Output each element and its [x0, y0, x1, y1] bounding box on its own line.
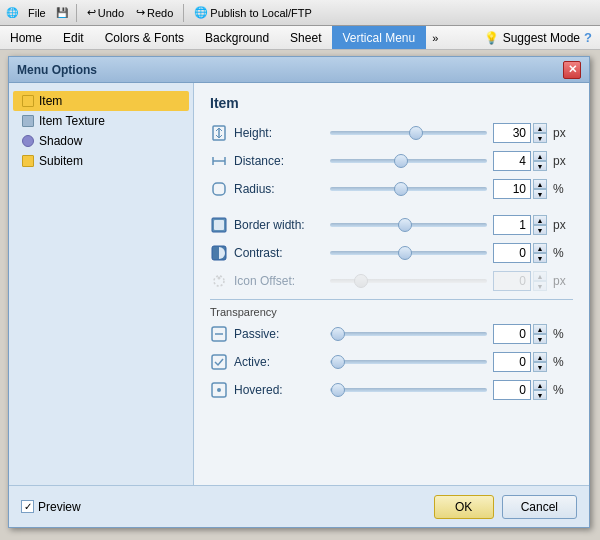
hovered-up[interactable]: ▲ — [533, 380, 547, 390]
svg-point-15 — [217, 388, 221, 392]
redo-button[interactable]: ↪ Redo — [132, 2, 177, 24]
menu-edit[interactable]: Edit — [53, 26, 95, 49]
border-width-slider[interactable] — [330, 223, 487, 227]
contrast-row: Contrast: ▲ ▼ % — [210, 243, 573, 263]
passive-slider[interactable] — [330, 332, 487, 336]
passive-label: Passive: — [234, 327, 324, 341]
menu-colors-fonts-label: Colors & Fonts — [105, 31, 184, 45]
tree-shadow-label: Shadow — [39, 134, 82, 148]
publish-icon: 🌐 — [194, 6, 208, 19]
svg-rect-5 — [213, 183, 225, 195]
distance-slider[interactable] — [330, 159, 487, 163]
file-button[interactable]: File — [24, 2, 50, 24]
height-thumb[interactable] — [409, 126, 423, 140]
radius-thumb[interactable] — [394, 182, 408, 196]
active-label: Active: — [234, 355, 324, 369]
menu-background-label: Background — [205, 31, 269, 45]
menu-edit-label: Edit — [63, 31, 84, 45]
dialog-content: Item Item Texture Shadow Subitem Item — [9, 83, 589, 485]
height-up[interactable]: ▲ — [533, 123, 547, 133]
passive-row: Passive: ▲ ▼ % — [210, 324, 573, 344]
radius-slider[interactable] — [330, 187, 487, 191]
contrast-thumb[interactable] — [398, 246, 412, 260]
menu-colors-fonts[interactable]: Colors & Fonts — [95, 26, 195, 49]
dialog-title-text: Menu Options — [17, 63, 97, 77]
passive-spinner: ▲ ▼ — [493, 324, 547, 344]
cancel-button[interactable]: Cancel — [502, 495, 577, 519]
undo-icon: ↩ — [87, 6, 96, 19]
active-input[interactable] — [493, 352, 531, 372]
radius-down[interactable]: ▼ — [533, 189, 547, 199]
redo-icon: ↪ — [136, 6, 145, 19]
border-width-row: Border width: ▲ ▼ px — [210, 215, 573, 235]
passive-thumb[interactable] — [331, 327, 345, 341]
hovered-input[interactable] — [493, 380, 531, 400]
menu-vertical-menu[interactable]: Vertical Menu — [332, 26, 426, 49]
menu-home[interactable]: Home — [0, 26, 53, 49]
panel-title: Item — [210, 95, 573, 111]
passive-up[interactable]: ▲ — [533, 324, 547, 334]
ok-button[interactable]: OK — [434, 495, 494, 519]
publish-button[interactable]: 🌐 Publish to Local/FTP — [190, 2, 316, 24]
file-label: File — [28, 7, 46, 19]
active-slider[interactable] — [330, 360, 487, 364]
menu-more[interactable]: » — [426, 26, 444, 49]
redo-label: Redo — [147, 7, 173, 19]
icon-offset-row: Icon Offset: ▲ ▼ px — [210, 271, 573, 291]
subitem-icon — [21, 154, 35, 168]
distance-thumb[interactable] — [394, 154, 408, 168]
svg-point-10 — [218, 277, 221, 280]
suggest-label: Suggest Mode — [503, 31, 580, 45]
contrast-arrows: ▲ ▼ — [533, 243, 547, 263]
icon-offset-thumb — [354, 274, 368, 288]
transparency-section-label: Transparency — [210, 299, 573, 318]
passive-input[interactable] — [493, 324, 531, 344]
radius-up[interactable]: ▲ — [533, 179, 547, 189]
preview-checkbox-label[interactable]: ✓ Preview — [21, 500, 81, 514]
menu-more-label: » — [432, 32, 438, 44]
contrast-label: Contrast: — [234, 246, 324, 260]
undo-button[interactable]: ↩ Undo — [83, 2, 128, 24]
contrast-down[interactable]: ▼ — [533, 253, 547, 263]
svg-rect-7 — [214, 220, 224, 230]
item-icon — [21, 94, 35, 108]
active-up[interactable]: ▲ — [533, 352, 547, 362]
passive-down[interactable]: ▼ — [533, 334, 547, 344]
icon-offset-label: Icon Offset: — [234, 274, 324, 288]
height-slider[interactable] — [330, 131, 487, 135]
close-button[interactable]: ✕ — [563, 61, 581, 79]
icon-offset-slider — [330, 279, 487, 283]
contrast-up[interactable]: ▲ — [533, 243, 547, 253]
shadow-icon — [21, 134, 35, 148]
suggest-mode[interactable]: 💡 Suggest Mode ? — [476, 26, 600, 49]
distance-down[interactable]: ▼ — [533, 161, 547, 171]
height-down[interactable]: ▼ — [533, 133, 547, 143]
menu-sheet[interactable]: Sheet — [280, 26, 332, 49]
contrast-slider[interactable] — [330, 251, 487, 255]
icon-offset-unit: px — [553, 274, 573, 288]
border-width-input[interactable] — [493, 215, 531, 235]
border-width-up[interactable]: ▲ — [533, 215, 547, 225]
hovered-thumb[interactable] — [331, 383, 345, 397]
radius-input[interactable] — [493, 179, 531, 199]
menu-background[interactable]: Background — [195, 26, 280, 49]
border-width-thumb[interactable] — [398, 218, 412, 232]
distance-input[interactable] — [493, 151, 531, 171]
height-icon — [210, 124, 228, 142]
active-thumb[interactable] — [331, 355, 345, 369]
tree-item-subitem[interactable]: Subitem — [13, 151, 189, 171]
height-input[interactable] — [493, 123, 531, 143]
active-down[interactable]: ▼ — [533, 362, 547, 372]
contrast-input[interactable] — [493, 243, 531, 263]
radius-icon — [210, 180, 228, 198]
border-width-down[interactable]: ▼ — [533, 225, 547, 235]
distance-up[interactable]: ▲ — [533, 151, 547, 161]
tree-item-item[interactable]: Item — [13, 91, 189, 111]
hovered-down[interactable]: ▼ — [533, 390, 547, 400]
border-width-icon — [210, 216, 228, 234]
tree-item-texture[interactable]: Item Texture — [13, 111, 189, 131]
suggest-icon: 💡 — [484, 31, 499, 45]
hovered-slider[interactable] — [330, 388, 487, 392]
preview-checkbox[interactable]: ✓ — [21, 500, 34, 513]
tree-item-shadow[interactable]: Shadow — [13, 131, 189, 151]
